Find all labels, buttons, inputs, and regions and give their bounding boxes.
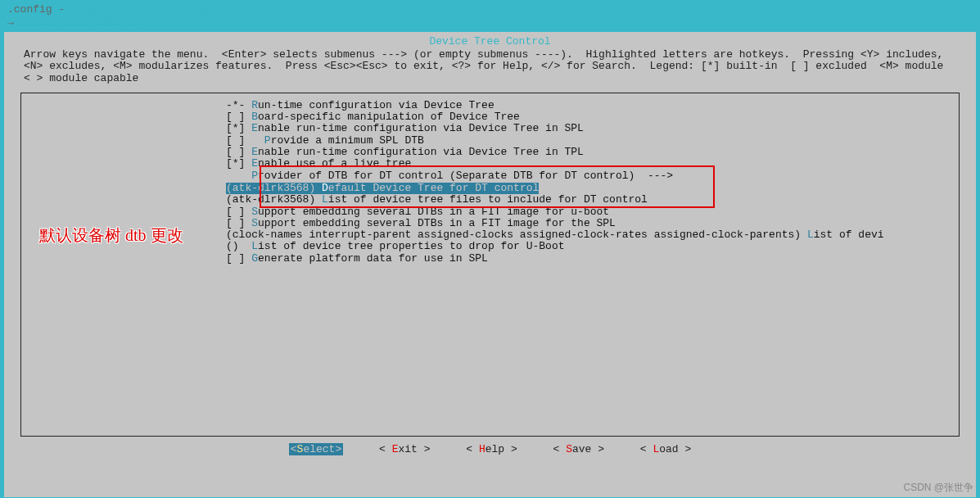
- hotkey: S: [251, 206, 258, 218]
- item-label: ist of device tree files to include for …: [328, 193, 648, 206]
- item-label: rovide a minimum SPL DTB: [271, 134, 424, 147]
- hotkey: P: [251, 170, 258, 182]
- item-mark: [ ]: [226, 252, 245, 265]
- item-mark: [*]: [226, 157, 245, 170]
- hotkey: P: [264, 134, 271, 147]
- button-bar: <Select> < Exit > < Help > < Save > < Lo…: [6, 438, 974, 457]
- title-text: U-Boot 2017.09 Configuration: [71, 3, 250, 16]
- watermark: CSDN @张世争: [903, 481, 973, 495]
- item-label: nable use of a live tree: [258, 157, 411, 170]
- help-button[interactable]: < Help >: [466, 443, 517, 455]
- hotkey: L: [807, 229, 814, 241]
- menu-item[interactable]: [*] Enable use of a live tree: [21, 158, 959, 170]
- hotkey: E: [251, 146, 258, 158]
- hotkey: B: [251, 111, 258, 123]
- menu-item[interactable]: [ ] Generate platform data for use in SP…: [21, 253, 959, 265]
- item-label: nable run-time configuration via Device …: [258, 146, 584, 158]
- title-prefix: .config -: [7, 3, 71, 16]
- item-mark: -*-: [226, 99, 245, 111]
- menu-item[interactable]: [ ] Provide a minimum SPL DTB: [21, 135, 959, 147]
- item-mark: [ ]: [226, 111, 245, 123]
- menu-item[interactable]: [ ] Support embedding several DTBs in a …: [21, 218, 959, 229]
- menu-item[interactable]: () List of device tree properties to dro…: [21, 241, 959, 252]
- item-label: enerate platform data for use in SPL: [258, 252, 488, 265]
- menu-item[interactable]: [ ] Support embedding several DTBs in a …: [21, 206, 959, 218]
- item-label: oard-specific manipulation of Device Tre…: [258, 111, 520, 123]
- item-label: un-time configuration via Device Tree: [258, 99, 495, 111]
- hotkey: D: [322, 182, 328, 194]
- breadcrumb: → Device Tree Control: [2, 16, 978, 30]
- menu-item[interactable]: (atk-dlrk3568) Default Device Tree for D…: [226, 183, 539, 194]
- item-mark: [*]: [226, 122, 245, 134]
- menu-panel: -*- Run-time configuration via Device Tr…: [20, 93, 960, 437]
- terminal-window: .config - U-Boot 2017.09 Configuration →…: [0, 0, 980, 498]
- load-button[interactable]: < Load >: [640, 443, 691, 455]
- item-mark: [ ]: [226, 146, 245, 158]
- menu-title: Device Tree Control: [6, 34, 974, 49]
- item-label: ist of devi: [814, 229, 884, 241]
- hotkey: L: [251, 240, 258, 252]
- item-label: rovider of DTB for DT control (Separate …: [258, 170, 673, 182]
- item-mark: [226, 170, 245, 182]
- item-label: upport embedding several DTBs in a FIT i…: [258, 206, 609, 218]
- dialog-container: Device Tree Control Arrow keys navigate …: [4, 32, 976, 497]
- item-mark: (): [226, 240, 239, 252]
- item-label: upport embedding several DTBs in a FIT i…: [258, 217, 616, 229]
- select-button[interactable]: <Select>: [289, 443, 343, 455]
- hotkey: R: [251, 99, 258, 111]
- item-mark: [ ]: [226, 217, 245, 229]
- item-label: efault Device Tree for DT control: [328, 182, 539, 194]
- item-label: ist of device tree properties to drop fo…: [258, 240, 564, 252]
- exit-button[interactable]: < Exit >: [379, 443, 430, 455]
- item-mark: [ ]: [226, 206, 245, 218]
- hotkey: E: [251, 157, 258, 170]
- item-label: nable run-time configuration via Device …: [258, 122, 584, 134]
- menu-item[interactable]: [ ] Board-specific manipulation of Devic…: [21, 111, 959, 123]
- breadcrumb-text: Device Tree Control: [20, 17, 142, 29]
- menu-item[interactable]: -*- Run-time configuration via Device Tr…: [21, 100, 959, 111]
- menu-item[interactable]: Provider of DTB for DT control (Separate…: [21, 170, 959, 182]
- hotkey: G: [251, 252, 258, 265]
- menu-item[interactable]: (clock-names interrupt-parent assigned-c…: [21, 229, 959, 241]
- help-text: Arrow keys navigate the menu. <Enter> se…: [6, 49, 974, 89]
- breadcrumb-arrow: →: [7, 17, 20, 29]
- menu-item[interactable]: (atk-dlrk3568) List of device tree files…: [21, 194, 959, 206]
- item-mark: [ ]: [226, 134, 245, 147]
- hotkey: S: [251, 217, 258, 229]
- menu-item[interactable]: [ ] Enable run-time configuration via De…: [21, 147, 959, 158]
- save-button[interactable]: < Save >: [553, 443, 604, 455]
- window-title: .config - U-Boot 2017.09 Configuration: [2, 2, 978, 16]
- hotkey: L: [322, 193, 328, 206]
- hotkey: E: [251, 122, 258, 134]
- menu-item[interactable]: [*] Enable run-time configuration via De…: [21, 123, 959, 134]
